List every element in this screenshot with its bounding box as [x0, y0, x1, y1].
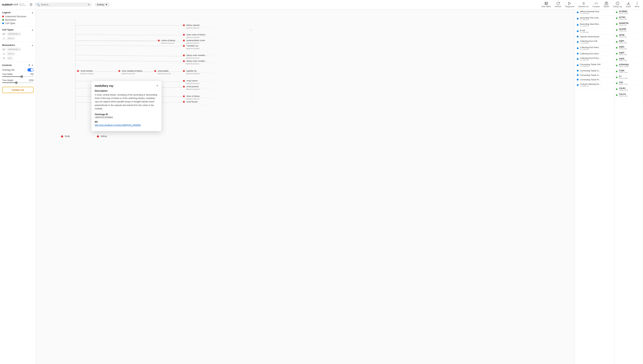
biomarker-item[interactable]: C1QA HGNC:1241: [614, 68, 643, 74]
node-inner-medulla[interactable]: inner medulla of kidney UBERON:0001294: [118, 70, 142, 75]
node-kidney-outer-medulla2[interactable]: kidney outer medulla ... UBERON:0004201: [183, 60, 207, 65]
svg-line-43: [249, 66, 253, 73]
controls-collapse-icon[interactable]: ▲: [32, 64, 34, 66]
biomarkers-filter-select[interactable]: All ▾: [7, 57, 13, 60]
biomarker-item[interactable]: ATP6V0D2 HGNC:18266: [614, 62, 643, 68]
node-kidney-capsule[interactable]: kidney capsule UBERON:0002015: [183, 24, 200, 29]
biomarker-item[interactable]: CALB1 HGNC:1434: [614, 86, 643, 92]
biomarker-item[interactable]: AQP2 HGNC:634: [614, 45, 643, 51]
cell-type-name: Collecting Duct Princi...: [580, 57, 600, 59]
cell-type-item[interactable]: Collecting Duct Interc... CL:1001432: [575, 45, 614, 52]
cell-types-group-select[interactable]: None ▾: [7, 37, 15, 40]
compare-button[interactable]: Compare: [591, 1, 601, 8]
cell-type-item[interactable]: Afferent Arteriole End... CL:1001096: [575, 9, 614, 16]
report-button[interactable]: Report: [602, 1, 611, 8]
organ-selector[interactable]: Kidney ▼: [95, 2, 110, 7]
refresh-button[interactable]: Refresh: [553, 1, 563, 8]
biomarker-id: HGNC:633: [619, 42, 627, 44]
controls-download-icon[interactable]: ⬇: [28, 64, 30, 66]
cell-types-sort-select[interactable]: Alphabetically ▾: [7, 32, 21, 36]
biomarker-item[interactable]: ALDOB HGNC:417: [614, 27, 643, 33]
node-renal-medulla[interactable]: renal medulla UBERON:0000362: [77, 70, 94, 75]
biomarker-text: ALDOB HGNC:417: [619, 28, 627, 32]
cell-type-id: CL:1001432: [580, 48, 600, 50]
node-body[interactable]: Body: [61, 135, 70, 138]
tree-height-thumb[interactable]: [15, 82, 18, 84]
node-renal-column[interactable]: renal column UBERON:0001284: [183, 79, 200, 85]
toggle-knob: [31, 69, 33, 71]
biomarkers-collapse-icon: ▲: [32, 44, 34, 46]
menu-button[interactable]: Menu: [633, 1, 641, 8]
biomarker-id: HGNC:1373: [619, 84, 628, 85]
biomarker-name: AQP2: [619, 46, 627, 48]
indented-list-button[interactable]: Indented List: [576, 1, 590, 8]
playground-button[interactable]: Playground: [563, 1, 576, 8]
node-kidney-outer-medulla1[interactable]: kidney outer medulla ... UBERON:0004202: [183, 54, 207, 59]
biomarkers-group-select[interactable]: None ▾: [7, 52, 15, 56]
node-medullary-ray[interactable]: medullary ray UBERON:0009883: [183, 44, 200, 50]
biomarkers-header[interactable]: Biomarkers ▲: [2, 44, 34, 46]
tree-height-track[interactable]: [2, 82, 34, 83]
cell-types-header[interactable]: Cell Types ▲: [2, 28, 34, 31]
menu-label: Menu: [635, 6, 639, 8]
biomarker-item[interactable]: ACTA2 HGNC:130: [614, 15, 643, 21]
cell-type-item[interactable]: B cell CL:0000236: [575, 28, 614, 34]
modal-iri-link[interactable]: http://purl.obolibrary.org/obo/UBERON_00…: [95, 124, 141, 126]
cell-type-item[interactable]: Connecting Tubule Pr...: [575, 78, 614, 82]
svg-line-27: [75, 45, 183, 46]
hamburger-button[interactable]: ☰: [29, 2, 34, 8]
export-button[interactable]: Export: [624, 1, 633, 8]
biomarker-item[interactable]: APOE HGNC:613: [614, 33, 643, 39]
tree-width-thumb[interactable]: [21, 75, 23, 78]
search-bar: 🔍 ▼: [35, 2, 92, 7]
node-hilum[interactable]: hilum of kidney UBERON:0008716: [183, 95, 200, 100]
biomarker-name: ACSM2A: [619, 10, 629, 12]
modal-description-section: Description A renal, cortical lobule, co…: [95, 90, 158, 110]
node-renal-pyramid[interactable]: renal pyramid UBERON:0004200: [183, 85, 200, 90]
cell-type-item[interactable]: Ascending Vasa Rect... CL:1001131: [575, 22, 614, 28]
search-input[interactable]: [41, 3, 87, 6]
node-renal-papilla[interactable]: renal papilla UBERON:0001228: [154, 70, 171, 75]
node-renal-fat[interactable]: renal fat pad: [183, 100, 198, 103]
contact-us-button[interactable]: Contact Us: [2, 87, 34, 93]
cell-types-sort-row: AZ Alphabetically ▾: [2, 32, 34, 36]
node-papillary-tip[interactable]: papillary tip UBERON:0009095: [183, 70, 200, 75]
debug-log-button[interactable]: Debug Log: [611, 1, 624, 8]
biomarker-id: HGNC:417: [619, 30, 627, 32]
node-outer-cortex[interactable]: outer cortex of kidney UBERON:0002189: [183, 33, 205, 38]
biomarker-item[interactable]: ACSM2A HGNC:32017: [614, 9, 643, 15]
biomarker-item[interactable]: CALCA HGNC:1437: [614, 92, 643, 98]
cell-type-item[interactable]: Collecting Duct Cell CL:1000454: [575, 39, 614, 45]
biomarker-item[interactable]: AQP3 HGNC:636: [614, 51, 643, 57]
biomarkers-sort-select[interactable]: Alphabetically ▾: [7, 48, 21, 51]
biomarker-item[interactable]: CA2 HGNC:1373: [614, 80, 643, 86]
node-cortex-kidney[interactable]: cortex of kidney UBERON:0001225: [158, 39, 175, 44]
biomarker-item[interactable]: AQP1 HGNC:633: [614, 39, 643, 45]
search-dropdown-icon[interactable]: ▼: [88, 4, 90, 6]
cell-type-text: Collecting Duct Interc...: [580, 52, 600, 55]
cell-type-item[interactable]: Connecting Tubule In...: [575, 68, 614, 73]
node-kidney-bottom[interactable]: kidney: [97, 135, 107, 138]
modal-close-button[interactable]: ×: [156, 84, 158, 88]
cell-type-item[interactable]: Collecting Duct Princi... CL:1001431: [575, 56, 614, 62]
biomarker-item[interactable]: AQP6 HGNC:639: [614, 57, 643, 62]
biomarkers-group-row: ⬡ None ▾: [2, 52, 34, 56]
cell-type-item[interactable]: Ascending Thin Limb ... CL:1001107: [575, 16, 614, 22]
legend-header[interactable]: Legend ▲: [2, 11, 34, 14]
node-juxtamedullary[interactable]: juxtamedullary cortex UBERON:0005271: [183, 39, 205, 44]
data-tables-button[interactable]: Data Tables: [540, 1, 553, 8]
cell-type-item[interactable]: Collecting Duct Interc...: [575, 52, 614, 56]
cell-type-dot: [577, 70, 578, 72]
biomarker-item[interactable]: C7 HGNC:1346: [614, 74, 643, 80]
cell-type-item[interactable]: Connecting Tubule Cell CL:1000768: [575, 62, 614, 68]
cell-type-item[interactable]: Connecting Tubule In...: [575, 73, 614, 78]
svg-line-40: [249, 41, 253, 47]
biomarkers-section: Biomarkers ▲ AZ Alphabetically ▾ ⬡ None …: [0, 42, 36, 62]
cell-type-item[interactable]: capsule mesenchyma...: [575, 34, 614, 39]
ontology-ids-toggle[interactable]: [28, 68, 34, 72]
biomarker-item[interactable]: ADAMTS6 HGNC:222: [614, 21, 643, 27]
biomarkers-filter-chevron: ▾: [11, 58, 12, 59]
biomarker-dot: [616, 82, 617, 84]
cell-type-item[interactable]: Cortical Collecting Du... CL:0000715: [575, 82, 614, 88]
tree-width-track[interactable]: [2, 76, 34, 77]
